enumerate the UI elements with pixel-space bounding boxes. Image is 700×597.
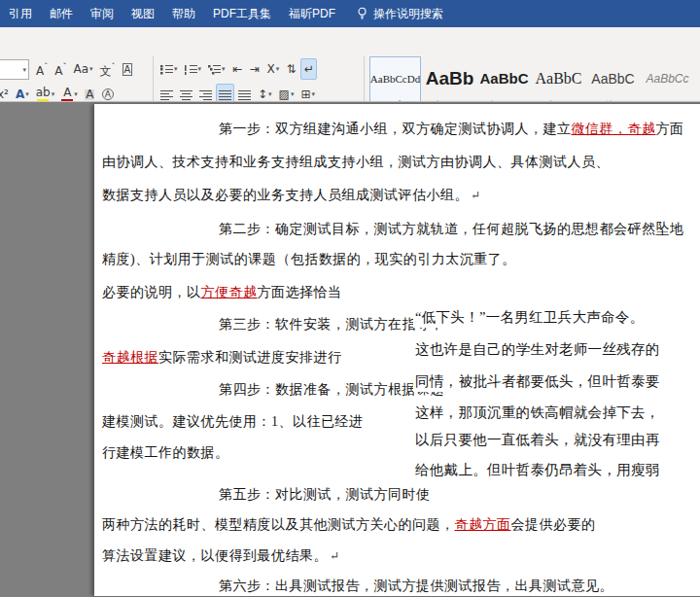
change-case-glyph: Aa xyxy=(73,64,88,75)
doc-line[interactable]: 数据支持人员以及必要的业务支持人员组成测试评估小组。↵ xyxy=(102,186,481,205)
asian-layout-button[interactable]: X▾ xyxy=(264,58,283,80)
grow-font-button[interactable]: Aˆ xyxy=(33,58,51,80)
shading-glyph: ▨ xyxy=(279,89,290,100)
distribute-button[interactable] xyxy=(235,84,254,102)
align-right-button[interactable] xyxy=(196,84,215,102)
tab-review[interactable]: 审阅 xyxy=(82,0,122,27)
doc-line[interactable]: 第一步：双方组建沟通小组，双方确定测试协调人，建立微信群，奇越方面 xyxy=(219,120,684,138)
font-name-combo[interactable]: ▾ xyxy=(0,59,29,80)
revision-text: 奇越方面 xyxy=(455,517,511,532)
text-run: 数据支持人员以及必要的业务支持人员组成测试评估小组。 xyxy=(102,188,469,202)
doc-line[interactable]: 行建模工作的数据。 xyxy=(102,443,229,462)
multilevel-list-glyph xyxy=(208,64,221,75)
show-hide-marks-button[interactable]: ↵ xyxy=(300,58,317,80)
align-left-button[interactable] xyxy=(158,84,176,102)
phonetic-guide-button[interactable]: 文ˇ xyxy=(97,58,119,80)
sort-button[interactable]: ⇅ xyxy=(283,58,299,80)
style-preview: AaBbCc xyxy=(646,57,688,99)
chevron-down-icon: ▾ xyxy=(89,65,93,73)
line-spacing-icon: ↕ xyxy=(258,89,267,100)
text-highlight-color-icon: ab xyxy=(36,88,51,102)
overlay-text-line[interactable]: “低下头！”一名男红卫兵大声命令。 xyxy=(413,308,647,328)
justify-icon xyxy=(219,89,231,100)
numbered-list-button[interactable]: ▾ xyxy=(182,58,205,80)
overlay-text-line[interactable]: 同情，被批斗者都要低头，但叶哲泰要 xyxy=(413,372,663,392)
style-preview: AaBbC xyxy=(479,57,528,99)
tab-help[interactable]: 帮助 xyxy=(163,0,204,27)
tab-view[interactable]: 视图 xyxy=(122,0,163,27)
doc-line[interactable]: 建模测试。建议优先使用：1、以往已经进 xyxy=(102,412,364,431)
ribbon-tab-bar: 引用邮件审阅视图帮助PDF工具集福昕PDF 操作说明搜索 xyxy=(0,0,700,27)
font-color-icon: A xyxy=(61,88,73,102)
chevron-down-icon: ▾ xyxy=(312,90,316,98)
tab-pdf-tools[interactable]: PDF工具集 xyxy=(204,0,280,27)
change-case-button[interactable]: Aa▾ xyxy=(70,58,95,80)
shading-button[interactable]: ▨▾ xyxy=(276,84,298,102)
text-run: 行建模工作的数据。 xyxy=(102,445,229,460)
justify-button[interactable] xyxy=(216,84,234,102)
tell-me-search[interactable]: 操作说明搜索 xyxy=(356,6,443,22)
line-spacing-button[interactable]: ↕▾ xyxy=(255,84,275,102)
text-run: 两种方法的耗时、模型精度以及其他测试方关心的问题， xyxy=(102,517,455,532)
text-run: 第六步：出具测试报告，测试方提供测试报告，出具测试意见。 xyxy=(219,579,613,593)
asian-layout-icon: X xyxy=(267,64,275,75)
doc-line[interactable]: 奇越根据实际需求和测试进度安排进行 xyxy=(102,348,342,367)
overlay-text-line[interactable]: 以后只要他一直低着头，就没有理由再 xyxy=(413,431,663,450)
decrease-indent-button[interactable]: ⇤ xyxy=(229,58,246,80)
doc-line[interactable]: 第六步：出具测试报告，测试方提供测试报告，出具测试意见。 xyxy=(219,577,613,595)
style-title[interactable]: AaBbC标题 xyxy=(533,56,584,102)
style-normal[interactable]: AaBbCcDd正文 xyxy=(369,56,421,102)
character-border-button[interactable]: A xyxy=(120,58,136,80)
text-effects-button[interactable]: A▾ xyxy=(13,84,32,102)
style-heading-2[interactable]: AaBbC标题 2 xyxy=(478,56,530,102)
doc-line[interactable]: 精度)、计划用于测试的课题（包括数据的，现实的引力太沉重了。 xyxy=(102,250,516,268)
tab-references[interactable]: 引用 xyxy=(0,0,41,27)
style-preview: AaBbC xyxy=(536,57,582,99)
text-run: 第二步：确定测试目标，测试方就轨 xyxy=(219,222,444,236)
increase-indent-icon: ⇥ xyxy=(250,64,260,75)
tab-mailings[interactable]: 邮件 xyxy=(41,0,82,27)
enclose-characters-button[interactable]: A xyxy=(99,84,117,102)
doc-line[interactable]: 第二步：确定测试目标，测试方就轨道，任何超脱飞扬的思想都会砰然坠地 xyxy=(219,220,684,238)
style-preview: AaBbCcDd xyxy=(370,57,420,99)
revision-text: 方便奇越 xyxy=(201,285,258,299)
overlay-text-line[interactable]: 给他戴上。但叶哲泰仍昂着头，用瘦弱 xyxy=(413,461,663,480)
text-highlight-color-button[interactable]: ab▾ xyxy=(33,84,58,102)
doc-line[interactable]: 两种方法的耗时、模型精度以及其他测试方关心的问题，奇越方面会提供必要的 xyxy=(102,515,596,534)
style-subtle-emphasis[interactable]: AaBbCc不明显强调 xyxy=(642,56,693,102)
character-shading-button[interactable]: A xyxy=(82,84,98,102)
style-subtitle[interactable]: AaBbC副标题 xyxy=(587,56,639,102)
enclose-characters-icon: A xyxy=(102,88,114,100)
doc-line[interactable]: 第四步：数据准备，测试方根据课题 xyxy=(219,380,444,399)
tab-foxit-pdf[interactable]: 福昕PDF xyxy=(280,0,344,27)
numbered-list-icon xyxy=(185,64,197,75)
character-border-icon: A xyxy=(122,63,133,76)
superscript-button[interactable]: x² xyxy=(0,84,12,102)
grow-font-icon: Aˆ xyxy=(36,62,48,77)
overlay-text-line[interactable]: 这也许是自己的学生对老师一丝残存的 xyxy=(413,340,663,360)
doc-line[interactable]: 必要的说明，以方便奇越方面选择恰当 xyxy=(102,283,342,301)
bullet-list-button[interactable]: ▾ xyxy=(158,58,181,80)
borders-glyph: ⊞ xyxy=(300,89,310,100)
lightbulb-icon xyxy=(356,7,368,20)
multilevel-list-button[interactable]: ▾ xyxy=(205,58,228,80)
text-run: 道，任何超脱飞扬的思想都会砰然坠地 xyxy=(444,222,684,236)
doc-line[interactable]: 算法设置建议，以便得到最优结果。↵ xyxy=(102,546,340,566)
overlay-text-line[interactable]: 这样，那顶沉重的铁高帽就会掉下去， xyxy=(413,404,663,423)
chevron-down-icon: ▾ xyxy=(198,65,202,73)
font-color-glyph: A xyxy=(63,88,71,98)
align-center-button[interactable] xyxy=(177,84,195,102)
paragraph-group-row2: ↕▾▨▾⊞▾ xyxy=(158,84,318,102)
doc-line[interactable]: 第五步：对比测试，测试方同时使 xyxy=(219,485,431,504)
borders-button[interactable]: ⊞▾ xyxy=(298,84,318,102)
shrink-font-button[interactable]: Aˇ xyxy=(52,58,69,80)
chevron-down-icon: ▾ xyxy=(276,65,280,73)
text-run: 建模测试。建议优先使用：1、以往已经进 xyxy=(102,414,364,429)
increase-indent-button[interactable]: ⇥ xyxy=(247,58,263,80)
font-color-button[interactable]: A▾ xyxy=(58,84,81,102)
sort-glyph: ⇅ xyxy=(287,64,297,75)
doc-line[interactable]: 第三步：软件安装，测试方在指导下 xyxy=(219,315,444,334)
style-heading-1[interactable]: AaBb标题 1 xyxy=(424,56,475,102)
align-right-icon xyxy=(199,89,212,100)
doc-line[interactable]: 由协调人、技术支持和业务支持组成支持小组，测试方由协调人、具体测试人员、 xyxy=(102,153,610,171)
